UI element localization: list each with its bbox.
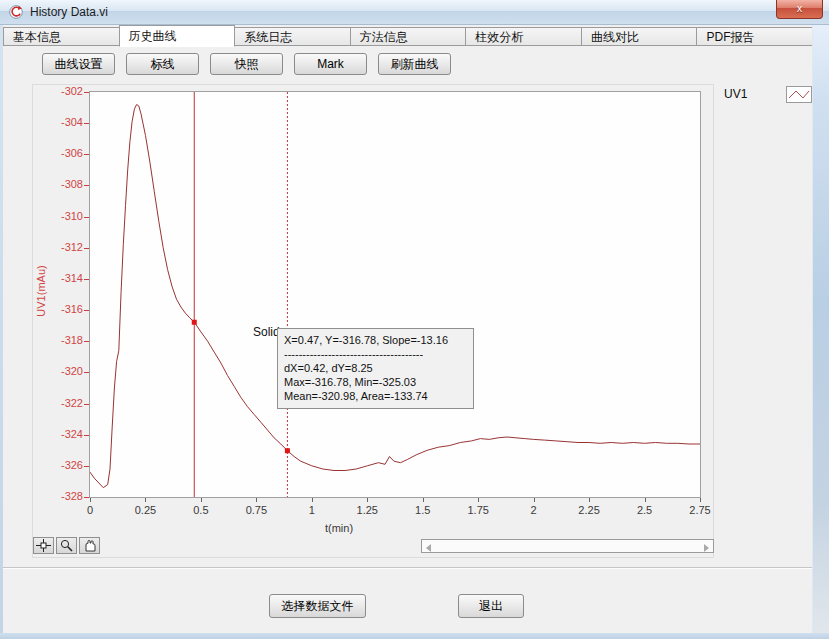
plot-area[interactable]: Solid X=0.47, Y=-316.78, Slope=-13.16 --… xyxy=(89,91,701,498)
x-tick-label: 2.25 xyxy=(569,504,609,516)
x-tick-mark xyxy=(478,498,479,502)
x-tick-mark xyxy=(90,498,91,502)
window-border-right xyxy=(812,25,829,639)
y-tick-mark xyxy=(84,123,89,124)
select-data-file-button[interactable]: 选择数据文件 xyxy=(269,594,366,618)
plot-canvas xyxy=(90,92,700,497)
y-tick-label: -308 xyxy=(35,178,83,190)
x-tick-label: 1 xyxy=(292,504,332,516)
y-tick-mark xyxy=(84,248,89,249)
cursor-tooltip: X=0.47, Y=-316.78, Slope=-13.16 --------… xyxy=(277,328,474,409)
y-tick-label: -322 xyxy=(35,397,83,409)
y-tick-mark xyxy=(84,466,89,467)
tab-0[interactable]: 基本信息 xyxy=(3,27,120,46)
uv1-curve xyxy=(90,105,700,488)
legend-line-sample-icon[interactable] xyxy=(786,86,812,103)
y-tick-label: -316 xyxy=(35,303,83,315)
y-tick-mark xyxy=(84,154,89,155)
x-tick-mark xyxy=(312,498,313,502)
graph-palette xyxy=(33,537,100,554)
cursor-marker-1[interactable] xyxy=(285,448,290,453)
y-tick-label: -306 xyxy=(35,147,83,159)
y-tick-mark xyxy=(84,341,89,342)
x-tick-label: 1.75 xyxy=(458,504,498,516)
x-tick-mark xyxy=(145,498,146,502)
legend-series-label[interactable]: UV1 xyxy=(724,87,747,101)
title-bar[interactable]: History Data.vi x xyxy=(0,0,829,25)
cursor-marker-0[interactable] xyxy=(192,320,197,325)
tab-strip: 基本信息历史曲线系统日志方法信息柱效分析曲线对比PDF报告 xyxy=(3,27,812,47)
scroll-right-icon[interactable] xyxy=(704,544,709,552)
y-tick-mark xyxy=(84,497,89,498)
tab-1[interactable]: 历史曲线 xyxy=(119,25,236,47)
x-tick-label: 1.25 xyxy=(347,504,387,516)
pan-tool-icon[interactable] xyxy=(79,537,100,554)
x-tick-mark xyxy=(423,498,424,502)
x-tick-mark xyxy=(700,498,701,502)
cursor-tool-icon[interactable] xyxy=(33,537,54,554)
scroll-left-icon[interactable] xyxy=(426,544,431,552)
tab-6[interactable]: PDF报告 xyxy=(696,27,812,46)
x-tick-label: 1.5 xyxy=(403,504,443,516)
x-tick-mark xyxy=(367,498,368,502)
tab-3[interactable]: 方法信息 xyxy=(350,27,467,46)
y-tick-mark xyxy=(84,92,89,93)
y-tick-mark xyxy=(84,310,89,311)
tooltip-line-xy: X=0.47, Y=-316.78, Slope=-13.16 xyxy=(284,333,467,347)
tab-2[interactable]: 系统日志 xyxy=(234,27,351,46)
x-tick-mark xyxy=(645,498,646,502)
y-tick-label: -314 xyxy=(35,272,83,284)
graph-horizontal-scrollbar[interactable] xyxy=(421,539,714,553)
y-tick-mark xyxy=(84,185,89,186)
y-tick-label: -318 xyxy=(35,334,83,346)
y-tick-mark xyxy=(84,404,89,405)
toolbar-button-1[interactable]: 标线 xyxy=(126,53,199,75)
window-border-bottom xyxy=(0,633,829,639)
y-tick-label: -326 xyxy=(35,459,83,471)
tab-5[interactable]: 曲线对比 xyxy=(581,27,698,46)
labview-vi-icon xyxy=(8,4,24,20)
toolbar-button-2[interactable]: 快照 xyxy=(210,53,283,75)
y-tick-label: -310 xyxy=(35,210,83,222)
toolbar-button-4[interactable]: 刷新曲线 xyxy=(378,53,451,75)
y-tick-mark xyxy=(84,217,89,218)
x-tick-mark xyxy=(589,498,590,502)
x-tick-label: 2 xyxy=(514,504,554,516)
history-curve-graph: UV1(mAu) Solid X=0.47, Y=-316.78, Slope=… xyxy=(32,84,714,558)
curve-toolbar: 曲线设置标线快照Mark刷新曲线 xyxy=(42,53,451,75)
toolbar-button-3[interactable]: Mark xyxy=(294,53,367,75)
y-tick-label: -304 xyxy=(35,116,83,128)
tab-4[interactable]: 柱效分析 xyxy=(465,27,582,46)
tooltip-separator: -------------------------------------- xyxy=(284,347,467,361)
tooltip-line-maxmin: Max=-316.78, Min=-325.03 xyxy=(284,375,467,389)
cursor-name-label: Solid xyxy=(253,325,280,339)
x-tick-label: 0 xyxy=(70,504,110,516)
tooltip-line-dxdy: dX=0.42, dY=8.25 xyxy=(284,361,467,375)
x-tick-mark xyxy=(534,498,535,502)
x-tick-mark xyxy=(201,498,202,502)
close-button[interactable]: x xyxy=(776,0,823,19)
y-tick-label: -302 xyxy=(35,85,83,97)
tooltip-line-meanarea: Mean=-320.98, Area=-133.74 xyxy=(284,389,467,403)
x-tick-mark xyxy=(256,498,257,502)
y-tick-mark xyxy=(84,279,89,280)
footer-separator xyxy=(3,567,812,569)
y-tick-label: -320 xyxy=(35,365,83,377)
x-tick-label: 0.25 xyxy=(125,504,165,516)
y-tick-mark xyxy=(84,372,89,373)
x-tick-label: 0.5 xyxy=(181,504,221,516)
y-tick-label: -324 xyxy=(35,428,83,440)
y-tick-label: -328 xyxy=(35,490,83,502)
x-tick-label: 2.75 xyxy=(680,504,720,516)
zoom-tool-icon[interactable] xyxy=(56,537,77,554)
toolbar-button-0[interactable]: 曲线设置 xyxy=(42,53,115,75)
window-title: History Data.vi xyxy=(30,5,108,19)
x-axis-title: t(min) xyxy=(89,522,589,534)
y-tick-label: -312 xyxy=(35,241,83,253)
exit-button[interactable]: 退出 xyxy=(458,594,524,618)
y-tick-mark xyxy=(84,435,89,436)
x-tick-label: 0.75 xyxy=(236,504,276,516)
tab-page-history-curve: 基本信息历史曲线系统日志方法信息柱效分析曲线对比PDF报告 曲线设置标线快照Ma… xyxy=(3,25,812,633)
x-tick-label: 2.5 xyxy=(625,504,665,516)
